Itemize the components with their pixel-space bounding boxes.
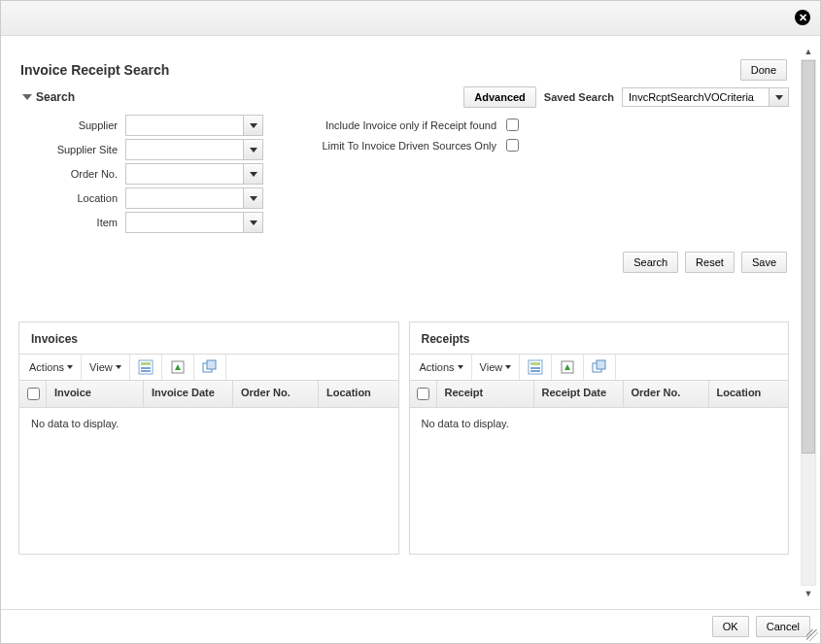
chevron-down-icon <box>250 196 257 201</box>
limit-driven-label: Limit To Invoice Driven Sources Only <box>302 140 496 152</box>
content-area: Invoice Receipt Search Done Search Advan… <box>9 42 799 609</box>
dialog-body: Invoice Receipt Search Done Search Advan… <box>1 36 820 609</box>
save-button[interactable]: Save <box>741 252 787 273</box>
receipts-select-all-checkbox[interactable] <box>417 388 429 400</box>
invoices-col-0[interactable]: Invoice <box>47 381 144 407</box>
order-no-lov[interactable] <box>125 163 263 185</box>
receipts-select-all[interactable] <box>410 381 437 407</box>
chevron-down-icon <box>505 365 511 369</box>
search-heading: Search <box>36 90 75 104</box>
chevron-down-icon <box>250 148 257 153</box>
supplier-site-lov[interactable] <box>125 139 263 160</box>
location-lov[interactable] <box>125 187 263 209</box>
export-icon <box>560 359 575 375</box>
search-disclosure[interactable]: Search <box>18 90 75 104</box>
invoices-actions-menu[interactable]: Actions <box>19 355 82 380</box>
invoices-title: Invoices <box>19 322 398 350</box>
chevron-down-icon <box>67 365 73 369</box>
receipts-panel: Receipts Actions View <box>409 322 790 555</box>
order-no-lov-button[interactable] <box>243 164 262 184</box>
query-by-example-icon <box>138 359 154 375</box>
location-label: Location <box>18 192 125 204</box>
invoices-header-row: Invoice Invoice Date Order No. Location <box>19 381 398 408</box>
advanced-button[interactable]: Advanced <box>463 86 536 108</box>
saved-search-input[interactable] <box>623 88 769 106</box>
export-icon <box>170 359 186 375</box>
receipts-col-3[interactable]: Location <box>709 381 789 407</box>
cancel-button[interactable]: Cancel <box>756 616 810 637</box>
receipts-actions-menu[interactable]: Actions <box>410 355 472 380</box>
scroll-thumb[interactable] <box>802 60 815 454</box>
scroll-down-icon[interactable]: ▼ <box>801 586 816 601</box>
scroll-track[interactable] <box>801 59 816 586</box>
toolbar-spacer <box>616 355 788 380</box>
saved-search-label: Saved Search <box>544 91 614 103</box>
include-if-receipt-label: Include Invoice only if Receipt found <box>302 119 496 131</box>
saved-search-combo[interactable] <box>622 87 789 107</box>
svg-rect-1 <box>141 362 151 365</box>
reset-button[interactable]: Reset <box>685 252 735 273</box>
page-title: Invoice Receipt Search <box>20 62 169 78</box>
include-if-receipt-checkbox[interactable] <box>506 119 519 131</box>
receipts-toolbar: Actions View <box>410 354 789 381</box>
saved-search-dropdown-button[interactable] <box>769 88 788 106</box>
dialog-titlebar: ✕ <box>1 1 820 36</box>
chevron-down-icon <box>250 123 257 128</box>
ok-button[interactable]: OK <box>712 616 749 637</box>
invoices-select-all-checkbox[interactable] <box>27 388 40 400</box>
supplier-lov[interactable] <box>125 115 263 136</box>
order-no-input[interactable] <box>126 164 243 184</box>
receipts-header-row: Receipt Receipt Date Order No. Location <box>410 381 789 408</box>
invoices-no-data: No data to display. <box>19 408 398 439</box>
receipts-col-0[interactable]: Receipt <box>437 381 534 407</box>
location-input[interactable] <box>126 188 243 208</box>
location-lov-button[interactable] <box>243 188 262 208</box>
dialog-footer: OK Cancel <box>1 609 820 643</box>
invoices-view-menu[interactable]: View <box>82 355 130 380</box>
svg-rect-2 <box>141 367 151 369</box>
resize-grip-icon[interactable] <box>806 629 818 641</box>
item-input[interactable] <box>126 213 243 232</box>
toolbar-spacer <box>226 355 398 380</box>
dialog-window: ✕ Invoice Receipt Search Done Search Adv… <box>0 0 821 644</box>
query-by-example-icon <box>528 359 543 375</box>
svg-rect-6 <box>207 360 216 369</box>
invoices-query-icon[interactable] <box>130 355 162 380</box>
order-no-label: Order No. <box>18 168 125 180</box>
supplier-site-lov-button[interactable] <box>243 140 262 159</box>
invoices-detach-icon[interactable] <box>194 355 226 380</box>
receipts-no-data: No data to display. <box>410 408 789 439</box>
invoices-export-icon[interactable] <box>162 355 194 380</box>
invoices-select-all[interactable] <box>19 381 47 407</box>
vertical-scrollbar[interactable]: ▲ ▼ <box>801 44 816 601</box>
supplier-lov-button[interactable] <box>243 116 262 135</box>
chevron-down-icon <box>116 365 121 369</box>
limit-driven-checkbox[interactable] <box>506 139 519 152</box>
scroll-up-icon[interactable]: ▲ <box>801 44 816 59</box>
invoices-toolbar: Actions View <box>19 354 398 381</box>
item-lov-button[interactable] <box>243 213 262 232</box>
disclosure-triangle-icon <box>22 94 32 100</box>
search-button[interactable]: Search <box>623 252 678 273</box>
supplier-input[interactable] <box>126 116 243 135</box>
receipts-col-1[interactable]: Receipt Date <box>534 381 624 407</box>
actions-label: Actions <box>420 361 455 373</box>
invoices-col-3[interactable]: Location <box>319 381 398 407</box>
receipts-detach-icon[interactable] <box>584 355 616 380</box>
receipts-export-icon[interactable] <box>552 355 584 380</box>
svg-rect-3 <box>141 370 151 372</box>
chevron-down-icon <box>775 95 783 100</box>
invoices-col-2[interactable]: Order No. <box>233 381 319 407</box>
item-lov[interactable] <box>125 212 263 233</box>
receipts-query-icon[interactable] <box>520 355 552 380</box>
close-icon[interactable]: ✕ <box>795 10 810 25</box>
receipts-col-2[interactable]: Order No. <box>624 381 709 407</box>
invoices-col-1[interactable]: Invoice Date <box>144 381 233 407</box>
receipts-title: Receipts <box>410 322 789 350</box>
receipts-view-menu[interactable]: View <box>472 355 521 380</box>
done-button[interactable]: Done <box>740 59 787 81</box>
chevron-down-icon <box>250 220 257 225</box>
supplier-label: Supplier <box>18 119 125 131</box>
supplier-site-input[interactable] <box>126 140 243 159</box>
svg-rect-9 <box>530 367 540 369</box>
